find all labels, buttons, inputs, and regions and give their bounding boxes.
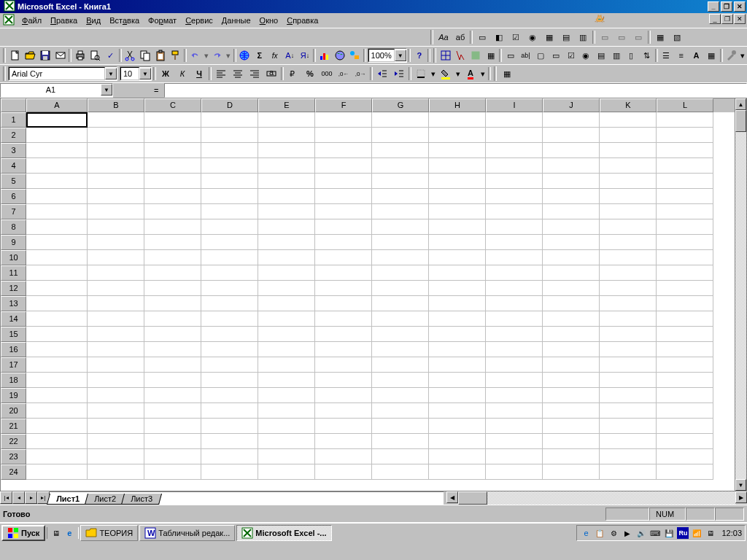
cell-I23[interactable] xyxy=(486,449,543,464)
row-header-21[interactable]: 21 xyxy=(1,419,26,434)
cell-E18[interactable] xyxy=(258,373,315,388)
row-header-22[interactable]: 22 xyxy=(1,434,26,449)
cell-J10[interactable] xyxy=(543,250,600,265)
cell-E3[interactable] xyxy=(258,143,315,158)
cell-K22[interactable] xyxy=(600,434,657,449)
cell-B4[interactable] xyxy=(88,158,144,174)
autosum-button[interactable]: Σ xyxy=(252,47,267,63)
tab-nav-prev[interactable]: ◂ xyxy=(12,491,25,504)
cell-E20[interactable] xyxy=(258,403,315,419)
cell-B21[interactable] xyxy=(88,419,144,434)
cell-L4[interactable] xyxy=(657,158,713,174)
sort-asc-button[interactable]: А↓ xyxy=(282,47,297,63)
menu-файл[interactable]: Файл xyxy=(18,15,46,26)
cell-F19[interactable] xyxy=(315,388,372,403)
italic-button[interactable]: К xyxy=(174,66,190,82)
cell-K13[interactable] xyxy=(600,296,657,311)
cell-I16[interactable] xyxy=(486,342,543,357)
cell-L23[interactable] xyxy=(657,449,713,464)
row-header-24[interactable]: 24 xyxy=(1,464,26,480)
cell-I11[interactable] xyxy=(486,265,543,281)
row-header-2[interactable]: 2 xyxy=(1,128,26,143)
cell-C23[interactable] xyxy=(144,449,201,464)
row-header-5[interactable]: 5 xyxy=(1,174,26,189)
cell-H8[interactable] xyxy=(429,219,486,235)
cell-L17[interactable] xyxy=(657,357,713,373)
menu-данные[interactable]: Данные xyxy=(217,15,255,26)
cell-I17[interactable] xyxy=(486,357,543,373)
cell-D16[interactable] xyxy=(201,342,258,357)
underline-button[interactable]: Ч xyxy=(191,66,207,82)
cell-G4[interactable] xyxy=(372,158,429,174)
cell-B1[interactable] xyxy=(88,112,144,128)
cell-J1[interactable] xyxy=(543,112,600,128)
cell-I22[interactable] xyxy=(486,434,543,449)
cell-J14[interactable] xyxy=(543,311,600,327)
font-size-combo[interactable]: 10 ▼ xyxy=(120,66,152,81)
tab-nav-first[interactable]: |◂ xyxy=(0,491,12,504)
doc-close-button[interactable]: ✕ xyxy=(734,14,746,24)
close-button[interactable]: ✕ xyxy=(734,1,746,12)
cell-L22[interactable] xyxy=(657,434,713,449)
cell-C6[interactable] xyxy=(144,189,201,204)
cell-H4[interactable] xyxy=(429,158,486,174)
tb-checkbox-icon[interactable]: ☑ xyxy=(508,29,524,45)
cell-L19[interactable] xyxy=(657,388,713,403)
sheet-tab-Лист2[interactable]: Лист2 xyxy=(85,494,125,505)
cell-I9[interactable] xyxy=(486,235,543,250)
task--[interactable]: ТЕОРИЯ xyxy=(80,525,138,541)
form-code-button[interactable]: ≡ xyxy=(674,47,689,63)
col-header-E[interactable]: E xyxy=(258,98,315,112)
cell-E5[interactable] xyxy=(258,174,315,189)
cell-J11[interactable] xyxy=(543,265,600,281)
col-header-K[interactable]: K xyxy=(600,98,657,112)
cell-D6[interactable] xyxy=(201,189,258,204)
cell-B2[interactable] xyxy=(88,128,144,143)
row-header-6[interactable]: 6 xyxy=(1,189,26,204)
menu-вид[interactable]: Вид xyxy=(82,15,105,26)
font-color-dropdown[interactable]: ▾ xyxy=(479,66,487,82)
cell-L7[interactable] xyxy=(657,204,713,219)
cell-L1[interactable] xyxy=(657,112,713,128)
cell-F2[interactable] xyxy=(315,128,372,143)
cell-B13[interactable] xyxy=(88,296,144,311)
cell-L15[interactable] xyxy=(657,327,713,342)
cell-E7[interactable] xyxy=(258,204,315,219)
cell-I14[interactable] xyxy=(486,311,543,327)
borders-dropdown[interactable]: ▾ xyxy=(430,66,437,82)
cell-J9[interactable] xyxy=(543,235,600,250)
cell-G17[interactable] xyxy=(372,357,429,373)
sort-desc-button[interactable]: Я↓ xyxy=(298,47,312,63)
cell-C13[interactable] xyxy=(144,296,201,311)
cell-E14[interactable] xyxy=(258,311,315,327)
col-header-J[interactable]: J xyxy=(543,98,600,112)
cell-H13[interactable] xyxy=(429,296,486,311)
cell-I5[interactable] xyxy=(486,174,543,189)
name-box[interactable]: A1 ▼ xyxy=(0,83,113,98)
scroll-right-button[interactable]: ▶ xyxy=(735,491,747,503)
cell-F10[interactable] xyxy=(315,250,372,265)
cell-K20[interactable] xyxy=(600,403,657,419)
tray-icon-4[interactable]: ▶ xyxy=(622,527,633,539)
cell-L16[interactable] xyxy=(657,342,713,357)
cell-E10[interactable] xyxy=(258,250,315,265)
cell-E15[interactable] xyxy=(258,327,315,342)
cell-I2[interactable] xyxy=(486,128,543,143)
font-name-combo[interactable]: Arial Cyr ▼ xyxy=(8,66,117,81)
form-label-button[interactable]: ▭ xyxy=(503,47,518,63)
cell-L2[interactable] xyxy=(657,128,713,143)
cell-F5[interactable] xyxy=(315,174,372,189)
pt-btn-3[interactable] xyxy=(468,47,483,63)
cell-G5[interactable] xyxy=(372,174,429,189)
cell-F12[interactable] xyxy=(315,281,372,296)
cell-E16[interactable] xyxy=(258,342,315,357)
form-edit-button[interactable]: ab| xyxy=(519,47,533,63)
cell-A22[interactable] xyxy=(26,434,88,449)
tray-icon-5[interactable]: ⌨ xyxy=(649,527,661,539)
row-header-8[interactable]: 8 xyxy=(1,219,26,235)
cell-H17[interactable] xyxy=(429,357,486,373)
cell-L5[interactable] xyxy=(657,174,713,189)
cell-C2[interactable] xyxy=(144,128,201,143)
cell-J5[interactable] xyxy=(543,174,600,189)
form-grid-button[interactable]: ▦ xyxy=(704,47,719,63)
